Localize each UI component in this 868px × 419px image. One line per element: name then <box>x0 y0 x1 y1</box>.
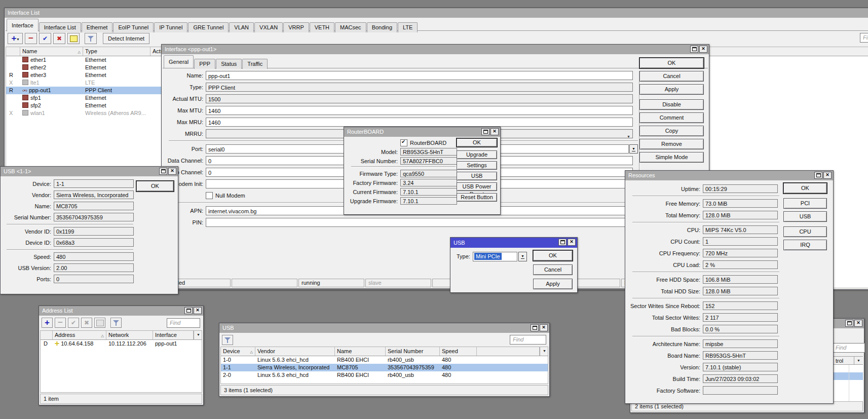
close-icon[interactable] <box>490 128 499 135</box>
resources-titlebar[interactable]: Resources <box>625 171 833 180</box>
column-header-name[interactable]: Name <box>335 347 386 356</box>
tab-vxlan[interactable]: VXLAN <box>254 22 283 32</box>
disable-button[interactable]: Disable <box>639 99 704 110</box>
table-row-1-0[interactable]: 1-0Linux 5.6.3 ehci_hcdRB400 EHCIrb400_u… <box>221 356 548 364</box>
maximize-icon[interactable] <box>845 320 853 327</box>
table-row-10-64-64-158[interactable]: D10.64.64.15810.112.112.206ppp-out1 <box>41 340 202 348</box>
maximize-icon[interactable] <box>481 128 489 135</box>
tab-traffic[interactable]: Traffic <box>242 59 268 69</box>
field-name[interactable]: ppp-out1 <box>206 71 633 80</box>
maximize-icon[interactable] <box>690 46 698 53</box>
tab-ip-tunnel[interactable]: IP Tunnel <box>154 22 187 32</box>
column-header-device[interactable]: Device <box>221 347 255 356</box>
filter-button[interactable] <box>222 335 233 345</box>
column-header-item[interactable] <box>477 347 540 356</box>
apply-button[interactable]: Apply <box>533 279 573 289</box>
remove-button[interactable] <box>55 318 66 328</box>
usb-type-titlebar[interactable]: USB <box>450 238 577 248</box>
close-icon[interactable] <box>194 307 202 314</box>
ok-button[interactable]: OK <box>783 183 827 194</box>
maximize-icon[interactable] <box>184 307 193 314</box>
close-icon[interactable] <box>823 172 832 179</box>
tab-veth[interactable]: VETH <box>310 22 334 32</box>
apply-button[interactable]: Apply <box>639 84 704 95</box>
tab-macsec[interactable]: MACsec <box>335 22 366 32</box>
tab-ppp[interactable]: PPP <box>194 59 215 69</box>
find-input[interactable]: Find <box>860 33 868 43</box>
simple-mode-button[interactable]: Simple Mode <box>639 152 704 163</box>
cancel-button[interactable]: Cancel <box>639 71 704 82</box>
close-icon[interactable] <box>540 324 548 331</box>
upgrade-button[interactable]: Upgrade <box>457 150 497 159</box>
dropdown-button[interactable] <box>518 252 527 261</box>
tab-vrrp[interactable]: VRRP <box>283 22 309 32</box>
reset-button-button[interactable]: Reset Button <box>457 193 497 202</box>
detect-internet-button[interactable]: Detect Internet <box>103 33 149 44</box>
remove-button[interactable]: Remove <box>639 139 704 149</box>
ok-button[interactable]: OK <box>533 250 573 261</box>
column-selector-button[interactable] <box>854 357 863 364</box>
column-header-interface[interactable]: Interface <box>153 331 194 339</box>
column-selector-button[interactable] <box>540 347 548 356</box>
find-input[interactable]: Find <box>833 343 865 353</box>
copy-button[interactable]: Copy <box>639 126 704 136</box>
tab-gre-tunnel[interactable]: GRE Tunnel <box>188 22 229 32</box>
maximize-icon[interactable] <box>159 168 167 175</box>
ok-button[interactable]: OK <box>457 138 497 147</box>
maximize-icon[interactable] <box>558 239 567 246</box>
close-icon[interactable] <box>168 168 176 175</box>
tab-interface[interactable]: Interface <box>7 19 39 31</box>
filter-button[interactable] <box>110 318 122 328</box>
settings-button[interactable]: Settings <box>457 161 497 170</box>
enable-button[interactable] <box>39 33 51 44</box>
column-header[interactable]: trol <box>836 358 843 364</box>
maximize-icon[interactable] <box>814 172 822 179</box>
address-list-titlebar[interactable]: Address List <box>39 306 203 316</box>
column-selector-button[interactable] <box>194 331 202 339</box>
close-icon[interactable] <box>699 46 707 53</box>
field-max-mru[interactable]: 1460 <box>206 118 633 127</box>
ok-button[interactable]: OK <box>639 58 704 68</box>
table-row-1-1[interactable]: 1-1Sierra Wireless, IncorporatedMC870535… <box>221 364 548 371</box>
usb-list-titlebar[interactable]: USB <box>219 323 549 333</box>
routerboard-titlebar[interactable]: RouterBOARD <box>344 127 500 137</box>
tab-interface-list[interactable]: Interface List <box>39 22 81 32</box>
usb-power-reset-button[interactable]: USB Power Reset <box>457 182 497 191</box>
tab-general[interactable]: General <box>164 55 194 68</box>
column-header-name[interactable]: Name <box>20 47 83 56</box>
usb-device-titlebar[interactable]: USB <1-1> <box>1 167 178 176</box>
find-input[interactable]: Find <box>167 318 200 328</box>
close-icon[interactable] <box>568 239 576 246</box>
column-header-address[interactable]: Address <box>53 331 106 339</box>
tab-status[interactable]: Status <box>216 59 242 69</box>
tab-vlan[interactable]: VLAN <box>229 22 254 32</box>
cancel-button[interactable]: Cancel <box>533 264 573 275</box>
add-button[interactable] <box>42 318 53 328</box>
irq-button[interactable]: IRQ <box>783 240 827 250</box>
usb-button[interactable]: USB <box>457 172 497 180</box>
tab-eoip-tunnel[interactable]: EoIP Tunnel <box>113 22 154 32</box>
disable-button[interactable] <box>81 318 92 328</box>
field-max-mtu[interactable]: 1460 <box>206 106 633 115</box>
type-combo[interactable]: Mini PCIe <box>473 252 517 261</box>
disable-button[interactable] <box>53 33 65 44</box>
tab-lte[interactable]: LTE <box>398 22 418 32</box>
usb-button[interactable]: USB <box>783 211 827 222</box>
tab-ethernet[interactable]: Ethernet <box>82 22 113 32</box>
interface-list-titlebar[interactable]: Interface List <box>5 8 868 18</box>
table-row-2-0[interactable]: 2-0Linux 5.6.3 ehci_hcdRB400 EHCIrb400_u… <box>221 371 548 379</box>
column-header-speed[interactable]: Speed <box>440 347 477 356</box>
checkbox-routerboard[interactable] <box>400 139 407 146</box>
column-header-type[interactable]: Type <box>83 47 150 56</box>
dropdown-button[interactable] <box>629 144 638 154</box>
remove-button[interactable] <box>25 33 37 44</box>
column-header-vendor[interactable]: Vendor <box>255 347 335 356</box>
add-button[interactable] <box>8 33 23 44</box>
ppp-dialog-titlebar[interactable]: Interface <ppp-out1> <box>162 45 709 54</box>
column-header-network[interactable]: Network <box>106 331 153 339</box>
checkbox-null-modem[interactable] <box>206 192 213 199</box>
comment-button[interactable] <box>67 33 80 44</box>
pci-button[interactable]: PCI <box>783 198 827 209</box>
enable-button[interactable] <box>68 318 79 328</box>
column-header-serial-number[interactable]: Serial Number <box>386 347 440 356</box>
